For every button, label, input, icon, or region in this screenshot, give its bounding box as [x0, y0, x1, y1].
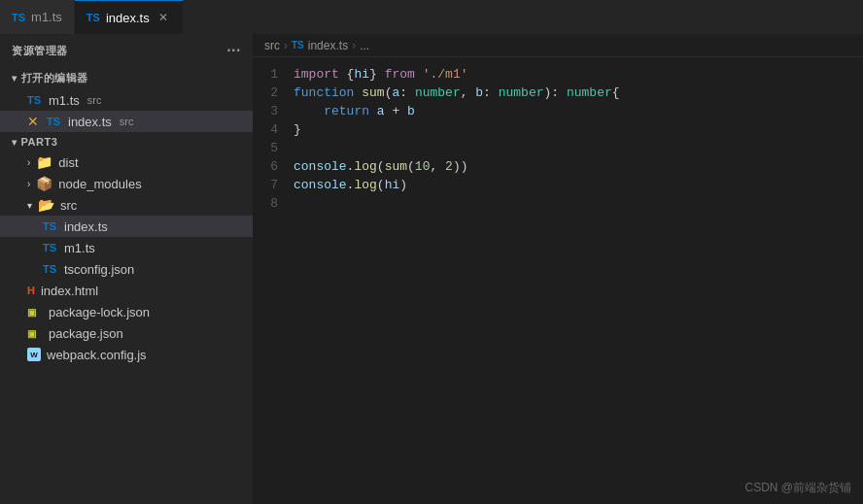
- line-number: 3: [253, 102, 293, 120]
- folder-src[interactable]: ▾ 📂 src: [0, 194, 253, 216]
- json-icon-packagelock: ▣: [27, 307, 43, 318]
- file-packagelock[interactable]: ▣ package-lock.json: [0, 301, 253, 322]
- chevron-right-icon-node: ›: [27, 179, 30, 189]
- ts-icon-indexts: TS: [43, 220, 58, 232]
- sidebar: 资源管理器 ··· ▾ 打开的编辑器 TS m1.ts src ✕ TS ind…: [0, 34, 253, 504]
- line-number: 4: [253, 120, 293, 139]
- line-number: 6: [253, 157, 293, 176]
- file-packagelock-label: package-lock.json: [49, 305, 150, 319]
- file-webpack[interactable]: W webpack.config.js: [0, 344, 253, 365]
- folder-dist-label: dist: [58, 155, 78, 170]
- line-content: console.log(hi): [293, 176, 863, 194]
- line-content: console.log(sum(10, 2)): [293, 157, 863, 176]
- tab-m1ts[interactable]: TS m1.ts: [0, 0, 75, 34]
- open-editor-m1ts[interactable]: TS m1.ts src: [0, 89, 253, 111]
- open-editor-indexts-suffix: src: [120, 116, 134, 127]
- file-package-label: package.json: [49, 326, 123, 341]
- chevron-down-icon-src: ▾: [27, 200, 32, 211]
- webpack-icon: W: [27, 348, 41, 361]
- part3-section[interactable]: ▾ PART3: [0, 132, 253, 151]
- line-content: return a + b: [293, 102, 863, 120]
- code-line: 2function sum(a: number, b: number): num…: [253, 84, 863, 102]
- breadcrumb: src › TS index.ts › ...: [253, 34, 863, 57]
- file-m1ts[interactable]: TS m1.ts: [0, 237, 253, 258]
- file-package[interactable]: ▣ package.json: [0, 322, 253, 344]
- line-content: import {hi} from './m1': [293, 65, 863, 84]
- code-line: 4}: [253, 120, 863, 139]
- ts-icon-m1ts: TS: [43, 242, 58, 253]
- breadcrumb-src: src: [264, 39, 280, 52]
- ts-icon: TS: [12, 12, 25, 23]
- folder-dist-icon: 📁: [36, 154, 52, 170]
- code-area[interactable]: 1import {hi} from './m1'2function sum(a:…: [253, 57, 863, 504]
- breadcrumb-ts-icon: TS: [292, 40, 304, 50]
- tab-bar: TS m1.ts TS index.ts ✕: [0, 0, 863, 34]
- folder-node-modules[interactable]: › 📦 node_modules: [0, 173, 253, 194]
- json-icon-package: ▣: [27, 328, 43, 339]
- file-indexhtml-label: index.html: [41, 284, 98, 298]
- file-indexts[interactable]: TS index.ts: [0, 216, 253, 237]
- line-number: 7: [253, 176, 293, 194]
- line-content: }: [293, 120, 863, 139]
- folder-node-label: node_modules: [58, 177, 141, 191]
- sidebar-header: 资源管理器 ···: [0, 34, 253, 67]
- file-tsconfig-label: tsconfig.json: [64, 262, 134, 277]
- code-line: 3 return a + b: [253, 102, 863, 120]
- main-area: 资源管理器 ··· ▾ 打开的编辑器 TS m1.ts src ✕ TS ind…: [0, 34, 863, 504]
- code-line: 5: [253, 139, 863, 157]
- breadcrumb-sep2: ›: [352, 39, 356, 52]
- chevron-down-icon-part3: ▾: [12, 137, 17, 148]
- folder-src-label: src: [60, 198, 77, 213]
- file-indexts-label: index.ts: [64, 219, 108, 234]
- open-editors-section[interactable]: ▾ 打开的编辑器: [0, 67, 253, 89]
- open-editor-m1ts-suffix: src: [87, 94, 102, 106]
- file-indexhtml[interactable]: H index.html: [0, 280, 253, 301]
- sidebar-more-button[interactable]: ···: [226, 42, 241, 59]
- line-number: 8: [253, 194, 293, 213]
- code-line: 1import {hi} from './m1': [253, 65, 863, 84]
- ts-icon-tsconfig: TS: [43, 263, 58, 275]
- modified-indicator: ✕: [27, 114, 39, 129]
- code-line: 6console.log(sum(10, 2)): [253, 157, 863, 176]
- part3-label: PART3: [21, 136, 58, 148]
- watermark: CSDN @前端杂货铺: [744, 480, 851, 496]
- tab-m1ts-label: m1.ts: [31, 10, 62, 24]
- open-editor-indexts[interactable]: ✕ TS index.ts src: [0, 111, 253, 132]
- file-m1ts-label: m1.ts: [64, 241, 95, 255]
- breadcrumb-ellipsis: ...: [360, 39, 369, 52]
- breadcrumb-sep1: ›: [284, 39, 288, 52]
- sidebar-title: 资源管理器: [12, 44, 68, 58]
- chevron-right-icon: ›: [27, 157, 30, 168]
- ts-file-icon: TS: [27, 94, 43, 106]
- tab-indexts-label: index.ts: [106, 11, 150, 25]
- tab-indexts[interactable]: TS index.ts ✕: [75, 0, 184, 34]
- breadcrumb-indexts: index.ts: [308, 39, 348, 52]
- code-editor[interactable]: src › TS index.ts › ... 1import {hi} fro…: [253, 34, 863, 504]
- tab-close-button[interactable]: ✕: [155, 10, 171, 25]
- folder-dist[interactable]: › 📁 dist: [0, 151, 253, 173]
- line-content: function sum(a: number, b: number): numb…: [293, 84, 863, 102]
- html-icon: H: [27, 285, 35, 296]
- open-editor-m1ts-name: m1.ts: [49, 93, 80, 108]
- file-tsconfig[interactable]: TS tsconfig.json: [0, 258, 253, 280]
- line-number: 1: [253, 65, 293, 84]
- open-editor-indexts-name: index.ts: [68, 115, 112, 129]
- ts-icon-active: TS: [86, 12, 100, 23]
- line-number: 2: [253, 84, 293, 102]
- code-line: 7console.log(hi): [253, 176, 863, 194]
- ts-file-icon-active: TS: [47, 116, 62, 127]
- file-webpack-label: webpack.config.js: [47, 348, 147, 362]
- folder-src-icon: 📂: [38, 197, 54, 213]
- line-number: 5: [253, 139, 293, 157]
- chevron-down-icon: ▾: [12, 73, 17, 84]
- folder-node-icon: 📦: [36, 176, 52, 191]
- editor-panel: src › TS index.ts › ... 1import {hi} fro…: [253, 34, 863, 504]
- open-editors-label: 打开的编辑器: [21, 71, 88, 85]
- code-line: 8: [253, 194, 863, 213]
